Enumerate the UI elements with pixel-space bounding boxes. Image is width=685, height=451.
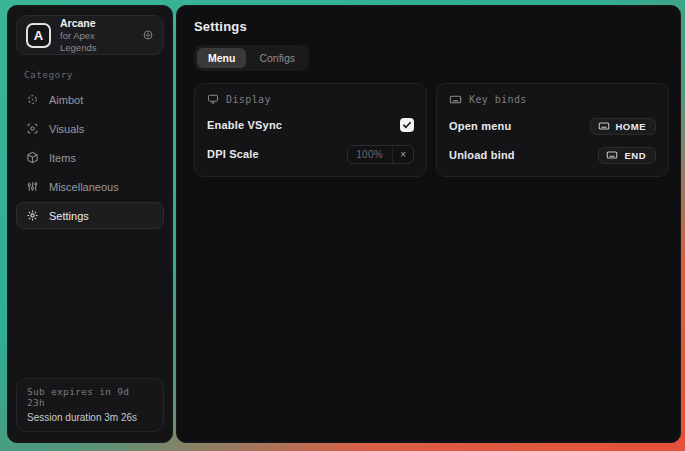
keyboard-icon xyxy=(449,93,462,106)
desktop-background: A Arcane for Apex Legends Category xyxy=(0,0,685,451)
keybinds-card-title: Key binds xyxy=(469,94,527,105)
open-menu-keybind[interactable]: HOME xyxy=(590,118,657,135)
keyboard-icon xyxy=(598,120,610,132)
setting-row-dpi: DPI Scale 100% × xyxy=(207,145,414,163)
sidebar-item-visuals[interactable]: Visuals xyxy=(16,115,164,142)
sidebar-item-label: Items xyxy=(49,152,76,164)
unload-keybind[interactable]: END xyxy=(598,147,656,164)
category-label: Category xyxy=(24,69,164,80)
sliders-icon xyxy=(26,180,39,193)
keybind-value: END xyxy=(624,150,646,161)
display-card-header: Display xyxy=(207,93,414,105)
tab-configs[interactable]: Configs xyxy=(248,48,306,68)
settings-cards: Display Enable VSync DPI Scale xyxy=(194,83,669,177)
vsync-checkbox[interactable] xyxy=(400,118,414,132)
sidebar-item-items[interactable]: Items xyxy=(16,144,164,171)
display-card-title: Display xyxy=(226,94,271,105)
cube-icon xyxy=(26,151,39,164)
sidebar-item-label: Aimbot xyxy=(49,94,83,106)
app-name: Arcane xyxy=(60,17,133,30)
main-panel: Settings Menu Configs Display xyxy=(176,5,681,443)
dpi-label: DPI Scale xyxy=(207,148,259,160)
dpi-value: 100% xyxy=(356,149,386,160)
open-menu-label: Open menu xyxy=(449,120,511,132)
sidebar-item-label: Miscellaneous xyxy=(49,181,119,193)
sidebar-item-label: Settings xyxy=(49,210,89,222)
dpi-scale-input[interactable]: 100% × xyxy=(347,145,414,164)
sidebar-item-settings[interactable]: Settings xyxy=(16,202,164,229)
keybind-value: HOME xyxy=(616,121,647,132)
sidebar-item-label: Visuals xyxy=(49,123,84,135)
clear-icon[interactable]: × xyxy=(392,146,413,163)
page-title: Settings xyxy=(194,19,669,34)
eye-scan-icon xyxy=(26,122,39,135)
profile-text: Arcane for Apex Legends xyxy=(60,17,133,54)
keybinds-card-header: Key binds xyxy=(449,93,656,106)
sidebar: A Arcane for Apex Legends Category xyxy=(7,5,173,443)
app-logo: A xyxy=(26,23,51,48)
unload-bind-label: Unload bind xyxy=(449,149,515,161)
app-window: A Arcane for Apex Legends Category xyxy=(7,5,681,443)
subscription-card: Sub expires in 9d 23h Session duration 3… xyxy=(16,378,164,432)
sidebar-nav: Aimbot Visuals xyxy=(16,86,164,229)
session-duration-text: Session duration 3m 26s xyxy=(27,412,153,423)
app-subtitle: for Apex Legends xyxy=(60,30,133,54)
profile-card: A Arcane for Apex Legends xyxy=(16,15,164,55)
crosshair-icon xyxy=(26,93,39,106)
vsync-label: Enable VSync xyxy=(207,119,282,131)
sidebar-item-aimbot[interactable]: Aimbot xyxy=(16,86,164,113)
setting-row-unload: Unload bind END xyxy=(449,146,656,164)
monitor-icon xyxy=(207,93,219,105)
target-ring-icon[interactable] xyxy=(142,29,154,41)
keybinds-card: Key binds Open menu HOME xyxy=(436,83,669,177)
sidebar-item-miscellaneous[interactable]: Miscellaneous xyxy=(16,173,164,200)
keyboard-icon xyxy=(606,149,618,161)
tab-menu[interactable]: Menu xyxy=(197,48,246,68)
tab-bar: Menu Configs xyxy=(194,45,309,71)
setting-row-open-menu: Open menu HOME xyxy=(449,117,656,135)
sub-expiry-text: Sub expires in 9d 23h xyxy=(27,386,153,408)
setting-row-vsync: Enable VSync xyxy=(207,116,414,134)
display-card: Display Enable VSync DPI Scale xyxy=(194,83,427,177)
gear-icon xyxy=(26,209,39,222)
